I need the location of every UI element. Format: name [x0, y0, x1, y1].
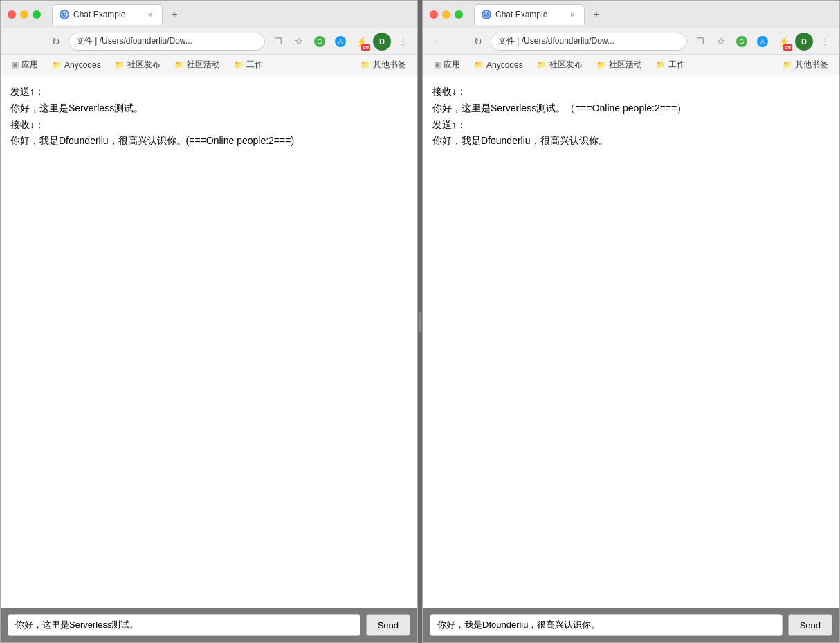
- bookmark-anycodes-right[interactable]: 📁 Anycodes: [468, 58, 529, 72]
- bookmark-community-publish-right[interactable]: 📁 社区发布: [531, 57, 588, 73]
- folder-icon-community-publish-right: 📁: [537, 60, 547, 69]
- address-input-right[interactable]: [491, 33, 687, 51]
- lang-ext-left[interactable]: A: [331, 33, 349, 51]
- reload-button-right[interactable]: ↻: [470, 33, 486, 50]
- active-tab-right[interactable]: Chat Example ×: [474, 4, 585, 25]
- folder-icon-community-activity-right: 📁: [596, 60, 606, 69]
- page-content-left: 发送↑： 你好，这里是Serverless测试。 接收↓： 你好，我是Dfoun…: [1, 75, 417, 608]
- tab-favicon-right: [482, 10, 491, 19]
- ext-off-badge-left[interactable]: ⚡ off: [352, 33, 370, 51]
- ext-off-badge-right[interactable]: ⚡ off: [774, 33, 792, 51]
- forward-button-right[interactable]: →: [449, 33, 466, 50]
- folder-icon-work-left: 📁: [234, 60, 244, 69]
- bookmark-apps-left[interactable]: ▣ 应用: [6, 57, 44, 73]
- apps-icon-left: ▣: [12, 60, 19, 69]
- bookmark-anycodes-left[interactable]: 📁 Anycodes: [46, 58, 107, 72]
- bookmark-work-right[interactable]: 📁 工作: [650, 57, 691, 73]
- chat-line-3-right: 你好，我是Dfounderliu，很高兴认识你。: [432, 133, 830, 150]
- star-button-left[interactable]: ☆: [290, 33, 308, 51]
- chat-line-0-right: 接收↓：: [432, 84, 830, 100]
- folder-icon-other-left: 📁: [360, 60, 370, 69]
- minimize-button-right[interactable]: [442, 10, 450, 19]
- chat-line-0-left: 发送↑：: [10, 84, 408, 100]
- ext-off-label-left: off: [361, 44, 370, 51]
- tab-title-left: Chat Example: [73, 10, 141, 19]
- folder-icon-other-right: 📁: [783, 60, 792, 69]
- send-button-right[interactable]: Send: [788, 614, 832, 636]
- browser-window-left: Chat Example × + ← → ↻ ☐ ☆ G A ⚡ off D ⋮: [0, 0, 418, 643]
- forward-button-left[interactable]: →: [27, 33, 44, 50]
- title-bar-left: Chat Example × +: [1, 1, 417, 28]
- tab-close-right[interactable]: ×: [567, 10, 577, 19]
- input-bar-left: Send: [1, 608, 417, 642]
- folder-icon-work-right: 📁: [656, 60, 666, 69]
- menu-button-right[interactable]: ⋮: [816, 33, 834, 51]
- tab-title-right: Chat Example: [495, 10, 563, 19]
- bookmark-other-right[interactable]: 📁 其他书签: [777, 57, 834, 73]
- close-button-left[interactable]: [8, 10, 16, 19]
- maximize-button-right[interactable]: [455, 10, 463, 19]
- bookmark-community-activity-right[interactable]: 📁 社区活动: [591, 57, 648, 73]
- avatar-right[interactable]: D: [795, 33, 813, 51]
- tab-favicon-left: [60, 10, 69, 19]
- lang-ext-right[interactable]: A: [754, 33, 771, 51]
- translate-ext-right[interactable]: G: [733, 33, 751, 51]
- address-input-left[interactable]: [69, 33, 265, 51]
- bookmark-apps-right[interactable]: ▣ 应用: [428, 57, 466, 73]
- bookmark-community-publish-left[interactable]: 📁 社区发布: [109, 57, 166, 73]
- input-bar-right: Send: [423, 608, 839, 642]
- send-button-left[interactable]: Send: [366, 614, 410, 636]
- screenshot-button-right[interactable]: ☐: [691, 33, 709, 51]
- tab-bar-left: Chat Example × +: [52, 4, 410, 25]
- back-button-right[interactable]: ←: [428, 33, 445, 50]
- bookmark-work-left[interactable]: 📁 工作: [228, 57, 268, 73]
- toolbar-icons-right: ☐ ☆ G A ⚡ off D ⋮: [691, 33, 834, 51]
- translate-ext-left[interactable]: G: [311, 33, 329, 51]
- reload-button-left[interactable]: ↻: [48, 33, 64, 50]
- active-tab-left[interactable]: Chat Example ×: [52, 4, 163, 25]
- bookmarks-bar-left: ▣ 应用 📁 Anycodes 📁 社区发布 📁 社区活动 📁 工作 📁 其他书…: [1, 55, 417, 75]
- folder-icon-community-activity-left: 📁: [174, 60, 184, 69]
- minimize-button-left[interactable]: [20, 10, 28, 19]
- close-button-right[interactable]: [430, 10, 438, 19]
- toolbar-icons-left: ☐ ☆ G A ⚡ off D ⋮: [269, 33, 412, 51]
- chat-line-2-left: 接收↓：: [10, 117, 408, 134]
- window-controls-right: [430, 10, 463, 19]
- tab-close-left[interactable]: ×: [145, 10, 155, 19]
- new-tab-button-left[interactable]: +: [165, 6, 183, 24]
- chat-line-3-left: 你好，我是Dfounderliu，很高兴认识你。(===Online peopl…: [10, 133, 408, 150]
- chat-input-left[interactable]: [8, 614, 360, 636]
- tab-bar-right: Chat Example × +: [474, 4, 832, 25]
- bookmark-other-left[interactable]: 📁 其他书签: [355, 57, 412, 73]
- apps-icon-right: ▣: [434, 60, 441, 69]
- chat-line-1-left: 你好，这里是Serverless测试。: [10, 100, 408, 117]
- menu-button-left[interactable]: ⋮: [394, 33, 412, 51]
- folder-icon-community-publish-left: 📁: [115, 60, 125, 69]
- bookmark-community-activity-left[interactable]: 📁 社区活动: [169, 57, 226, 73]
- chat-line-1-right: 你好，这里是Serverless测试。（===Online people:2==…: [432, 100, 830, 117]
- page-content-right: 接收↓： 你好，这里是Serverless测试。（===Online peopl…: [423, 75, 839, 608]
- folder-icon-anycodes-left: 📁: [52, 60, 62, 69]
- bookmarks-bar-right: ▣ 应用 📁 Anycodes 📁 社区发布 📁 社区活动 📁 工作 📁 其他书…: [423, 55, 839, 75]
- avatar-left[interactable]: D: [373, 33, 391, 51]
- new-tab-button-right[interactable]: +: [587, 6, 605, 24]
- star-button-right[interactable]: ☆: [712, 33, 730, 51]
- chat-line-2-right: 发送↑：: [432, 117, 830, 134]
- screenshot-button-left[interactable]: ☐: [269, 33, 287, 51]
- folder-icon-anycodes-right: 📁: [474, 60, 484, 69]
- title-bar-right: Chat Example × +: [423, 1, 839, 28]
- maximize-button-left[interactable]: [33, 10, 41, 19]
- window-divider: [418, 0, 422, 643]
- window-controls-left: [8, 10, 41, 19]
- ext-off-label-right: off: [783, 44, 792, 51]
- back-button-left[interactable]: ←: [6, 33, 23, 50]
- chat-input-right[interactable]: [430, 614, 783, 636]
- address-bar-left: ← → ↻ ☐ ☆ G A ⚡ off D ⋮: [1, 28, 417, 55]
- address-bar-right: ← → ↻ ☐ ☆ G A ⚡ off D ⋮: [423, 28, 839, 55]
- browser-window-right: Chat Example × + ← → ↻ ☐ ☆ G A ⚡ off D ⋮: [422, 0, 840, 643]
